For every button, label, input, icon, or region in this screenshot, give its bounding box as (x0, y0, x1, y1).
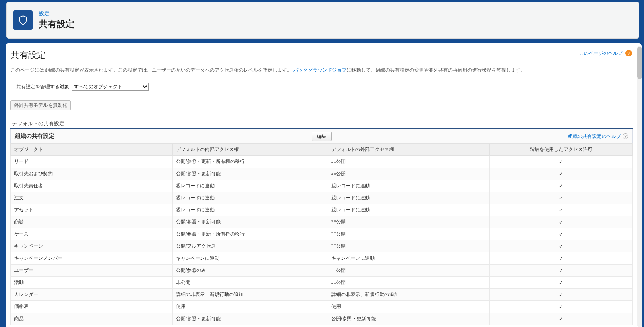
table-row: 注文親レコードに連動親レコードに連動✓ (11, 192, 633, 204)
cell-object: 注文 (11, 192, 173, 204)
cell-hierarchy: ✓ (489, 192, 632, 204)
cell-external: 非公開 (328, 156, 489, 168)
cell-internal: 公開/フルアクセス (172, 240, 328, 252)
cell-external: 非公開 (328, 216, 489, 228)
page-header: 設定 共有設定 (6, 2, 639, 39)
cell-external: 詳細の非表示、新規行動の追加 (328, 289, 489, 301)
table-row: 価格表使用使用✓ (11, 301, 633, 313)
col-external: デフォルトの外部アクセス権 (328, 144, 489, 156)
cell-object: 取引先責任者 (11, 180, 173, 192)
filter-row: 共有設定を管理する対象: すべてのオブジェクト (16, 83, 633, 91)
cell-hierarchy: ✓ (489, 156, 632, 168)
table-row: 取引先責任者親レコードに連動親レコードに連動✓ (11, 180, 633, 192)
cell-hierarchy: ✓ (489, 240, 632, 252)
panel-header: 組織の共有設定 編集 組織の共有設定のヘルプ ? (10, 129, 633, 143)
cell-object: ユーザー (11, 265, 173, 277)
cell-object: 活動 (11, 277, 173, 289)
table-row: キャンペーンメンバーキャンペーンに連動キャンペーンに連動✓ (11, 252, 633, 265)
cell-object: アセット (11, 204, 173, 216)
cell-hierarchy: ✓ (489, 228, 632, 240)
cell-internal: 公開/参照・更新可能 (172, 313, 328, 325)
cell-external: キャンペーンに連動 (328, 252, 489, 265)
help-icon: ? (625, 50, 632, 56)
cell-external: 親レコードに連動 (328, 192, 489, 204)
content-heading: 共有設定 (10, 49, 633, 61)
shield-icon (13, 10, 33, 30)
cell-object: カレンダー (11, 289, 173, 301)
cell-external: 使用 (328, 301, 489, 313)
cell-internal: 親レコードに連動 (172, 192, 328, 204)
cell-external: 非公開 (328, 277, 489, 289)
cell-external: 公開/参照・更新可能 (328, 313, 489, 325)
cell-internal: 公開/参照・更新可能 (172, 216, 328, 228)
table-row: ユーザー公開/参照のみ非公開✓ (11, 265, 633, 277)
cell-object: 取引先および契約 (11, 168, 173, 180)
disable-external-sharing-button[interactable]: 外部共有モデルを無効化 (10, 100, 71, 110)
page-title: 共有設定 (39, 18, 74, 30)
table-row: ケース公開/参照・更新・所有権の移行非公開✓ (11, 228, 633, 240)
breadcrumb[interactable]: 設定 (39, 10, 74, 17)
cell-hierarchy: ✓ (489, 265, 632, 277)
cell-object: 価格表 (11, 301, 173, 313)
cell-object: リード (11, 156, 173, 168)
cell-object: ケース (11, 228, 173, 240)
cell-internal: 公開/参照・更新可能 (172, 168, 328, 180)
table-row: カレンダー詳細の非表示、新規行動の追加詳細の非表示、新規行動の追加✓ (11, 289, 633, 301)
cell-internal: キャンペーンに連動 (172, 252, 328, 265)
cell-external: 非公開 (328, 265, 489, 277)
cell-hierarchy: ✓ (489, 301, 632, 313)
header-text: 設定 共有設定 (39, 10, 74, 30)
section-label: デフォルトの共有設定 (12, 120, 633, 127)
cell-external: 非公開 (328, 240, 489, 252)
col-internal: デフォルトの内部アクセス権 (172, 144, 328, 156)
col-hierarchy: 階層を使用したアクセス許可 (489, 144, 632, 156)
cell-hierarchy: ✓ (489, 204, 632, 216)
vertical-scrollbar[interactable] (637, 46, 642, 327)
sharing-settings-table: オブジェクト デフォルトの内部アクセス権 デフォルトの外部アクセス権 階層を使用… (10, 143, 633, 325)
page-help-link[interactable]: このページのヘルプ ? (579, 50, 632, 57)
cell-hierarchy: ✓ (489, 289, 632, 301)
cell-external: 非公開 (328, 228, 489, 240)
cell-external: 親レコードに連動 (328, 204, 489, 216)
cell-hierarchy: ✓ (489, 313, 632, 325)
table-row: アセット親レコードに連動親レコードに連動✓ (11, 204, 633, 216)
content-panel: 共有設定 このページのヘルプ ? このページには 組織の共有設定が表示されます。… (6, 43, 642, 327)
cell-internal: 公開/参照のみ (172, 265, 328, 277)
content-scroll: 共有設定 このページのヘルプ ? このページには 組織の共有設定が表示されます。… (10, 49, 633, 327)
cell-internal: 詳細の非表示、新規行動の追加 (172, 289, 328, 301)
table-row: キャンペーン公開/フルアクセス非公開✓ (11, 240, 633, 252)
cell-internal: 公開/参照・更新・所有権の移行 (172, 228, 328, 240)
cell-internal: 使用 (172, 301, 328, 313)
edit-button[interactable]: 編集 (312, 132, 332, 141)
cell-object: 商談 (11, 216, 173, 228)
cell-hierarchy: ✓ (489, 216, 632, 228)
table-row: 商品公開/参照・更新可能公開/参照・更新可能✓ (11, 313, 633, 325)
col-object: オブジェクト (11, 144, 173, 156)
cell-object: キャンペーン (11, 240, 173, 252)
cell-hierarchy: ✓ (489, 180, 632, 192)
cell-internal: 親レコードに連動 (172, 204, 328, 216)
cell-object: 商品 (11, 313, 173, 325)
background-jobs-link[interactable]: バックグラウンドジョブ (293, 67, 347, 73)
cell-external: 非公開 (328, 168, 489, 180)
cell-external: 親レコードに連動 (328, 180, 489, 192)
table-row: 商談公開/参照・更新可能非公開✓ (11, 216, 633, 228)
cell-internal: 非公開 (172, 277, 328, 289)
scrollbar-thumb[interactable] (637, 47, 642, 79)
edit-button-wrap: 編集 (11, 132, 632, 141)
page-description: このページには 組織の共有設定が表示されます。この設定では、ユーザーの互いのデー… (10, 67, 633, 74)
cell-hierarchy: ✓ (489, 277, 632, 289)
cell-hierarchy: ✓ (489, 252, 632, 265)
object-filter-select[interactable]: すべてのオブジェクト (72, 83, 149, 91)
cell-hierarchy: ✓ (489, 168, 632, 180)
cell-internal: 公開/参照・更新・所有権の移行 (172, 156, 328, 168)
app-window: 設定 共有設定 共有設定 このページのヘルプ ? このページには 組織の共有設定… (0, 0, 644, 327)
table-row: 取引先および契約公開/参照・更新可能非公開✓ (11, 168, 633, 180)
cell-internal: 親レコードに連動 (172, 180, 328, 192)
filter-label: 共有設定を管理する対象: (16, 84, 70, 89)
table-row: リード公開/参照・更新・所有権の移行非公開✓ (11, 156, 633, 168)
cell-object: キャンペーンメンバー (11, 252, 173, 265)
table-row: 活動非公開非公開✓ (11, 277, 633, 289)
